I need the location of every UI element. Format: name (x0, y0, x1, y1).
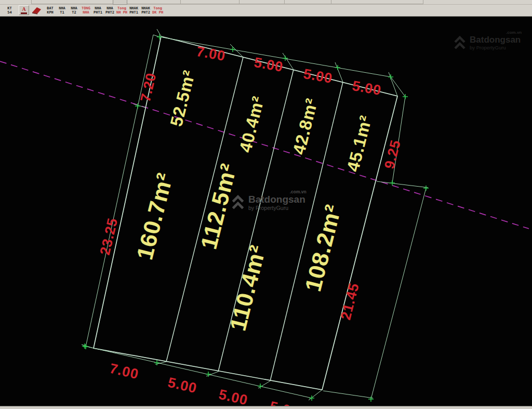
dock-segment (31, 0, 181, 4)
toolbar-row: KT 54 A ĐAT KPH NHA T1 NH (0, 4, 532, 16)
red-underline-bar (21, 12, 27, 14)
layer-button-tong-nha[interactable]: TONG NHA (80, 5, 92, 16)
layer-button-nha-pht2[interactable]: NHA PHT2 (104, 5, 116, 16)
letter-a-icon: A (22, 7, 25, 12)
planning-boundary-line (0, 61, 529, 229)
dock-segment (331, 0, 423, 4)
dock-segment (180, 0, 240, 4)
layer-button-nhak-pht1[interactable]: NHAK PHT1 (128, 5, 140, 16)
status-kt54: KT 54 (4, 5, 16, 16)
cad-application-window: KT 54 A ĐAT KPH NHA T1 NH (0, 0, 532, 409)
parcel-drawing (0, 16, 532, 406)
cad-canvas[interactable]: 7.00 5.00 5.00 5.00 7.00 5.00 5.00 5.00 … (0, 16, 532, 406)
layer-style-a-button[interactable]: A (19, 5, 29, 15)
layer-button-nha-t2[interactable]: NHA T2 (68, 5, 80, 16)
layer-button-tong-dkph[interactable]: Tong DK PH (152, 5, 164, 16)
layer-button-nhak-pht2[interactable]: NHAK PHT2 (140, 5, 152, 16)
dock-segment (239, 0, 285, 4)
layer-toolbar: KT 54 A ĐAT KPH NHA T1 NH (0, 0, 532, 17)
layer-button-tong-nhph[interactable]: Tong NH PH (116, 5, 128, 16)
layer-button-dat-kph[interactable]: ĐAT KPH (44, 5, 56, 16)
layer-button-nha-pht1[interactable]: NHA PHT1 (92, 5, 104, 16)
dock-segment (284, 0, 331, 4)
red-wedge-icon (32, 6, 42, 15)
layer-button-nha-t1[interactable]: NHA T1 (56, 5, 68, 16)
hatch-brush-button[interactable] (32, 6, 42, 15)
bottom-status-strip (0, 406, 532, 409)
